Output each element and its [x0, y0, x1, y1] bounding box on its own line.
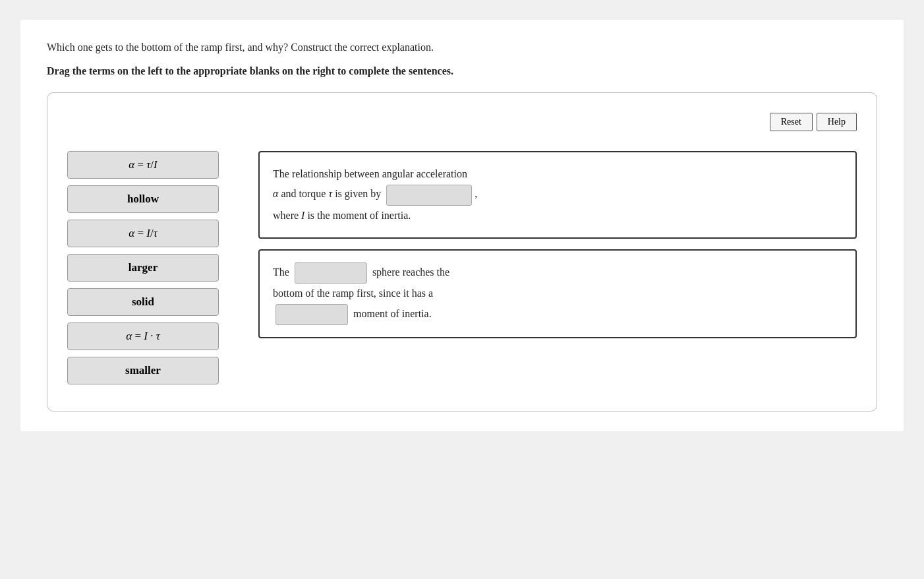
sentence-box-1-line3: where I is the moment of inertia. [273, 210, 411, 221]
term-smaller[interactable]: smaller [67, 357, 219, 384]
blank-2[interactable] [295, 262, 367, 284]
blank-3[interactable] [275, 304, 348, 325]
sentence-box-2-line2: bottom of the ramp first, since it has a [273, 288, 433, 299]
sentence-box-2-line3: moment of inertia. [273, 308, 432, 319]
sentence-box-2-line1: The sphere reaches the [273, 266, 449, 278]
content-area: α = τ/I hollow α = I/τ larger solid α = … [67, 151, 857, 384]
blank-1[interactable] [386, 185, 472, 206]
reset-button[interactable]: Reset [770, 113, 813, 131]
question-text: Which one gets to the bottom of the ramp… [47, 40, 877, 55]
instruction-text: Drag the terms on the left to the approp… [47, 63, 877, 79]
help-button[interactable]: Help [817, 113, 857, 131]
term-alpha-i-dot-tau[interactable]: α = I · τ [67, 322, 219, 350]
term-solid[interactable]: solid [67, 288, 219, 316]
sentence-box-2: The sphere reaches the bottom of the ram… [258, 249, 857, 338]
page-container: Which one gets to the bottom of the ramp… [20, 20, 904, 431]
term-alpha-i-tau[interactable]: α = I/τ [67, 220, 219, 247]
left-terms-list: α = τ/I hollow α = I/τ larger solid α = … [67, 151, 219, 384]
sentence-box-1-line1: The relationship between angular acceler… [273, 168, 467, 179]
term-larger[interactable]: larger [67, 254, 219, 282]
sentence-box-1: The relationship between angular acceler… [258, 151, 857, 239]
drag-drop-area: Reset Help α = τ/I hollow α = I/τ larger [47, 92, 877, 411]
term-alpha-tau-i[interactable]: α = τ/I [67, 151, 219, 179]
right-sentences: The relationship between angular acceler… [258, 151, 857, 338]
reset-help-bar: Reset Help [67, 113, 857, 131]
term-hollow[interactable]: hollow [67, 185, 219, 213]
sentence-box-1-line2: α and torque τ is given by , [273, 188, 477, 199]
